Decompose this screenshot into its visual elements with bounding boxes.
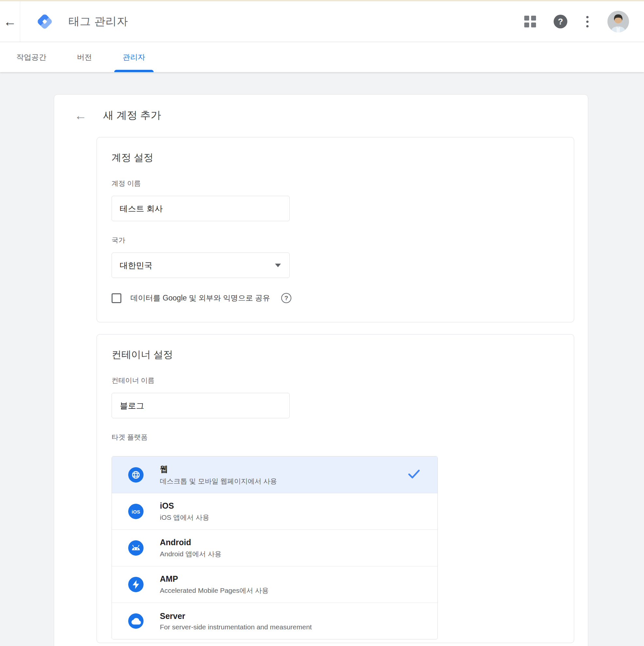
page-title: 새 계정 추가 — [103, 108, 161, 123]
platform-text: AMPAccelerated Mobile Pages에서 사용 — [160, 574, 269, 595]
country-select[interactable]: 대한민국 — [112, 252, 290, 278]
share-data-label: 데이터를 Google 및 외부와 익명으로 공유 — [130, 293, 270, 303]
target-platform-label: 타겟 플랫폼 — [112, 433, 559, 442]
amp-bolt-icon — [128, 577, 143, 592]
platform-title: Server — [160, 612, 312, 621]
help-icon[interactable]: ? — [554, 15, 567, 28]
platform-title: AMP — [160, 574, 269, 584]
platform-text: ServerFor server-side instrumentation an… — [160, 612, 312, 631]
account-settings-section: 계정 설정 계정 이름 국가 대한민국 데이터를 Google 및 외부와 익명… — [97, 137, 574, 322]
apps-grid-icon[interactable] — [524, 16, 536, 27]
globe-icon — [128, 467, 143, 482]
tab-admin[interactable]: 관리자 — [114, 42, 154, 72]
share-data-checkbox[interactable] — [112, 293, 121, 303]
platform-row-android[interactable]: AndroidAndroid 앱에서 사용 — [112, 530, 437, 566]
share-data-row: 데이터를 Google 및 외부와 익명으로 공유 ? — [112, 293, 559, 303]
platform-row-ios[interactable]: iOSiOSiOS 앱에서 사용 — [112, 493, 437, 530]
platform-description: iOS 앱에서 사용 — [160, 513, 209, 522]
platform-description: For server-side instrumentation and meas… — [160, 623, 312, 631]
platform-title: iOS — [160, 501, 209, 511]
target-platform-list: 웹데스크톱 및 모바일 웹페이지에서 사용iOSiOSiOS 앱에서 사용And… — [112, 456, 438, 639]
tab-versions[interactable]: 버전 — [69, 42, 101, 72]
header-actions: ? — [524, 11, 629, 32]
tab-workspace[interactable]: 작업공간 — [8, 42, 55, 72]
account-name-label: 계정 이름 — [112, 179, 559, 188]
page-back-arrow-icon[interactable]: ← — [74, 109, 87, 122]
container-name-input[interactable] — [112, 393, 290, 418]
main-content: ← 새 계정 추가 계정 설정 계정 이름 국가 대한민국 데이터를 Googl… — [0, 72, 644, 646]
account-name-input[interactable] — [112, 196, 290, 221]
cloud-icon — [128, 613, 143, 629]
platform-description: Android 앱에서 사용 — [160, 549, 221, 558]
tab-bar: 작업공간버전관리자 — [0, 42, 644, 72]
platform-title: 웹 — [160, 464, 277, 474]
user-photo-icon — [608, 11, 629, 32]
platform-row-server[interactable]: ServerFor server-side instrumentation an… — [112, 603, 437, 639]
header-back-button[interactable]: ← — [0, 1, 20, 42]
container-settings-section: 컨테이너 설정 컨테이너 이름 타겟 플랫폼 웹데스크톱 및 모바일 웹페이지에… — [97, 334, 574, 643]
avatar[interactable] — [608, 11, 629, 32]
container-name-label: 컨테이너 이름 — [112, 376, 559, 385]
platform-description: Accelerated Mobile Pages에서 사용 — [160, 586, 269, 595]
platform-text: iOSiOS 앱에서 사용 — [160, 501, 209, 522]
container-settings-heading: 컨테이너 설정 — [112, 348, 559, 361]
app-header: ← 태그 관리자 ? — [0, 1, 644, 42]
kebab-menu-icon[interactable] — [585, 15, 590, 29]
account-settings-heading: 계정 설정 — [112, 151, 559, 165]
arrow-left-icon: ← — [4, 15, 17, 28]
platform-row-amp[interactable]: AMPAccelerated Mobile Pages에서 사용 — [112, 566, 437, 603]
platform-row-web[interactable]: 웹데스크톱 및 모바일 웹페이지에서 사용 — [112, 456, 437, 493]
card-header: ← 새 계정 추가 — [54, 108, 588, 123]
chevron-down-icon — [275, 263, 281, 267]
svg-text:iOS: iOS — [132, 509, 140, 515]
tag-manager-logo-icon — [35, 12, 54, 31]
ios-icon: iOS — [128, 504, 143, 519]
checkmark-icon — [408, 468, 421, 481]
android-icon — [128, 540, 143, 556]
platform-description: 데스크톱 및 모바일 웹페이지에서 사용 — [160, 477, 277, 486]
country-label: 국가 — [112, 235, 559, 245]
platform-text: 웹데스크톱 및 모바일 웹페이지에서 사용 — [160, 464, 277, 486]
platform-text: AndroidAndroid 앱에서 사용 — [160, 538, 221, 558]
platform-title: Android — [160, 538, 221, 547]
admin-card: ← 새 계정 추가 계정 설정 계정 이름 국가 대한민국 데이터를 Googl… — [54, 94, 588, 646]
app-title: 태그 관리자 — [69, 14, 128, 29]
share-help-icon[interactable]: ? — [281, 293, 291, 303]
country-selected-value: 대한민국 — [120, 260, 152, 271]
